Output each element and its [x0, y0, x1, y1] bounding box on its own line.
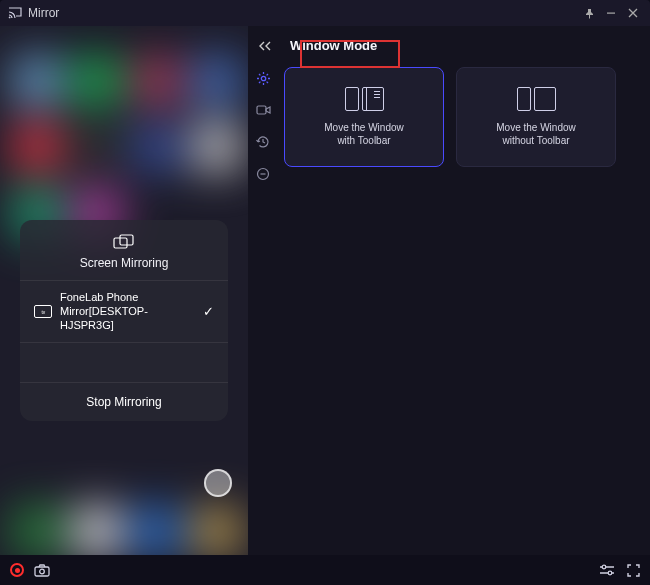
mode-card-label: Move the Window with Toolbar — [324, 121, 403, 147]
minimize-button[interactable] — [602, 4, 620, 22]
sheet-header: Screen Mirroring — [20, 234, 228, 280]
cast-icon — [8, 7, 22, 19]
fullscreen-button[interactable] — [627, 564, 640, 577]
assistive-touch-icon[interactable] — [204, 469, 232, 497]
mode-card-without-toolbar[interactable]: Move the Window without Toolbar — [456, 67, 616, 167]
phone-preview-panel: Screen Mirroring tv FoneLab Phone Mirror… — [0, 26, 248, 555]
app-window: Mirror — [0, 0, 650, 585]
pin-button[interactable] — [580, 4, 598, 22]
record-button[interactable] — [10, 563, 24, 577]
svg-rect-8 — [35, 567, 49, 576]
svg-point-9 — [40, 569, 45, 574]
titlebar: Mirror — [0, 0, 650, 26]
footer-right — [599, 564, 640, 577]
settings-sidebar — [248, 63, 278, 555]
gear-icon[interactable] — [254, 69, 272, 87]
svg-rect-1 — [607, 13, 615, 14]
footer-toolbar — [0, 555, 650, 585]
svg-point-4 — [261, 76, 265, 80]
stop-mirroring-button[interactable]: Stop Mirroring — [20, 383, 228, 421]
settings-header: Window Mode — [248, 26, 650, 63]
mode-cards-area: Move the Window with Toolbar Move the Wi… — [278, 63, 650, 555]
titlebar-right — [580, 4, 642, 22]
mode-card-label: Move the Window without Toolbar — [496, 121, 575, 147]
mirror-icon — [113, 234, 135, 250]
collapse-sidebar-button[interactable] — [256, 41, 274, 51]
titlebar-left: Mirror — [8, 6, 59, 20]
section-title: Window Mode — [282, 34, 385, 57]
mode-card-with-toolbar[interactable]: Move the Window with Toolbar — [284, 67, 444, 167]
footer-left — [10, 563, 50, 577]
screenshot-button[interactable] — [34, 564, 50, 577]
settings-body: Move the Window with Toolbar Move the Wi… — [248, 63, 650, 555]
svg-rect-5 — [257, 106, 266, 114]
svg-point-0 — [9, 17, 11, 19]
body: Screen Mirroring tv FoneLab Phone Mirror… — [0, 26, 650, 555]
device-list-spacer — [20, 343, 228, 383]
mode-illustration-without-toolbar — [517, 87, 556, 111]
record-settings-icon[interactable] — [254, 101, 272, 119]
svg-rect-7 — [261, 173, 266, 174]
screen-mirroring-sheet: Screen Mirroring tv FoneLab Phone Mirror… — [20, 220, 228, 421]
settings-sliders-icon[interactable] — [599, 564, 615, 576]
tv-badge-icon: tv — [34, 305, 52, 318]
mode-illustration-with-toolbar — [345, 87, 384, 111]
output-icon[interactable] — [254, 165, 272, 183]
check-icon: ✓ — [203, 304, 214, 319]
device-name: FoneLab Phone Mirror[DESKTOP-HJSPR3G] — [60, 291, 195, 332]
svg-point-11 — [608, 571, 612, 575]
close-button[interactable] — [624, 4, 642, 22]
device-row[interactable]: tv FoneLab Phone Mirror[DESKTOP-HJSPR3G]… — [20, 280, 228, 343]
app-title: Mirror — [28, 6, 59, 20]
settings-panel: Window Mode — [248, 26, 650, 555]
sheet-title: Screen Mirroring — [80, 256, 169, 270]
history-icon[interactable] — [254, 133, 272, 151]
svg-point-10 — [602, 565, 606, 569]
